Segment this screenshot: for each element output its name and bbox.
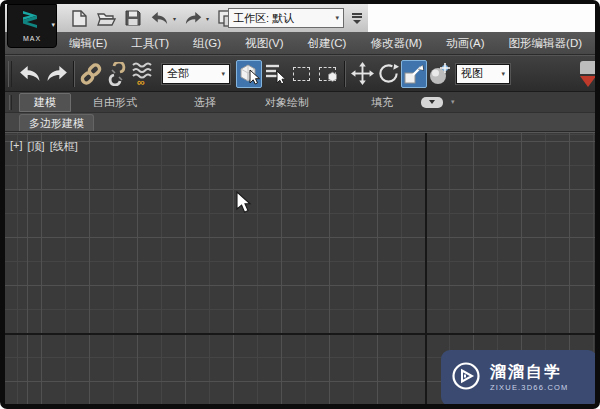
scale-icon [403, 63, 425, 85]
save-file-icon [125, 10, 141, 26]
watermark-title: 溜溜自学 [490, 363, 568, 381]
new-scene-button[interactable] [69, 8, 89, 28]
logo-label: MAX [23, 35, 41, 42]
application-window: MAX ▾ ▾ [5, 4, 595, 404]
unlink-selection-button[interactable] [104, 60, 130, 88]
viewport-label: [+] [顶] [线框] [10, 139, 78, 154]
open-file-button[interactable] [96, 8, 116, 28]
ribbon-panel-row: 多边形建模 [5, 113, 595, 132]
viewport-maximize-menu[interactable]: [+] [10, 139, 23, 154]
menu-graph-editors[interactable]: 图形编辑器(D) [497, 32, 594, 54]
select-object-icon [238, 62, 260, 86]
selection-filter-dropdown[interactable]: 全部 ▾ [162, 64, 230, 84]
redo-scene-button[interactable] [43, 60, 69, 88]
window-crossing-button[interactable] [314, 60, 340, 88]
ribbon-grip[interactable] [9, 95, 12, 110]
toolbar-separator [73, 61, 74, 87]
redo-button[interactable] [183, 8, 203, 28]
move-cross-icon [351, 62, 374, 85]
menu-group[interactable]: 组(G) [181, 32, 233, 54]
coordinate-caret-icon: ▾ [495, 70, 505, 78]
rectangular-selection-region-button[interactable] [288, 60, 314, 88]
viewport-canvas[interactable]: [+] [顶] [线框] 溜溜自学 ZIXUE.3D66.COM [5, 132, 595, 404]
window-frame: MAX ▾ ▾ [0, 0, 600, 409]
watermark-badge: 溜溜自学 ZIXUE.3D66.COM [441, 350, 595, 404]
redo-arrow-icon [45, 65, 68, 82]
undo-icon [151, 11, 169, 25]
titlebar-empty-area [368, 4, 595, 32]
rotate-circle-icon [377, 62, 400, 85]
app-menu-caret-icon: ▾ [51, 21, 55, 29]
redo-icon [184, 11, 202, 25]
toolbar-grip[interactable] [8, 61, 12, 87]
application-menu-button[interactable]: MAX ▾ [7, 4, 57, 48]
reference-coordinate-dropdown[interactable]: 视图 ▾ [456, 64, 510, 84]
magnet-tip-icon [580, 76, 595, 87]
ribbon-tab-modeling[interactable]: 建模 [19, 93, 71, 112]
select-by-name-icon [264, 62, 287, 85]
link-chain-icon [80, 62, 102, 86]
ribbon-options-caret-icon[interactable]: ▾ [451, 98, 455, 106]
workspace-caret-icon: ▾ [335, 14, 339, 22]
undo-arrow-icon [19, 65, 42, 82]
ribbon-minimize-button[interactable] [421, 97, 443, 108]
world-axis-vertical-line [425, 133, 427, 404]
panel-tab-polygon-modeling[interactable]: 多边形建模 [19, 114, 94, 131]
select-by-name-button[interactable] [262, 60, 288, 88]
overflow-bar-icon [352, 16, 362, 18]
watermark-subtitle: ZIXUE.3D66.COM [490, 384, 568, 393]
mouse-cursor-icon [236, 191, 252, 218]
overflow-bar-icon [352, 13, 362, 15]
world-axis-horizontal-line [5, 333, 595, 335]
broken-chain-icon [106, 62, 128, 86]
menu-edit[interactable]: 编辑(E) [57, 32, 119, 54]
3dsmax-logo-icon [21, 10, 43, 34]
undo-button[interactable] [150, 8, 170, 28]
undo-scene-button[interactable] [17, 60, 43, 88]
viewport-view-menu[interactable]: [顶] [28, 139, 45, 154]
ribbon-tab-populate[interactable]: 填充 [369, 93, 395, 112]
ribbon-tab-selection[interactable]: 选择 [189, 93, 221, 112]
main-toolbar: ∞ 全部 ▾ [5, 55, 595, 92]
magnet-body-icon [580, 61, 595, 74]
bind-to-space-warp-button[interactable]: ∞ [130, 60, 156, 88]
selection-filter-value: 全部 [167, 66, 189, 81]
select-and-move-button[interactable] [349, 60, 375, 88]
menu-tools[interactable]: 工具(T) [119, 32, 181, 54]
toolbar-separator [344, 61, 345, 87]
watermark-play-icon [451, 361, 481, 395]
selection-filter-caret-icon: ▾ [215, 70, 225, 78]
ribbon-tab-freeform[interactable]: 自由形式 [83, 93, 147, 112]
ribbon-minimize-caret-icon [429, 100, 435, 104]
select-and-manipulate-button[interactable] [427, 60, 453, 88]
manipulate-sphere-icon [428, 62, 452, 86]
save-file-button[interactable] [123, 8, 143, 28]
dashed-rectangle-cube-icon [319, 67, 336, 81]
open-file-icon [97, 11, 116, 26]
dashed-rectangle-icon [293, 67, 310, 81]
workspace-selector[interactable]: 工作区: 默认 ▾ [228, 8, 344, 28]
new-scene-icon [72, 10, 87, 27]
viewport-shading-menu[interactable]: [线框] [50, 139, 78, 154]
snap-toggle-partial-icon[interactable] [580, 61, 595, 89]
menu-modifiers[interactable]: 修改器(M) [358, 32, 434, 54]
select-and-link-button[interactable] [78, 60, 104, 88]
quick-access-overflow-button[interactable] [350, 10, 364, 26]
menu-create[interactable]: 创建(C) [295, 32, 358, 54]
ribbon-tab-bar: 建模 自由形式 选择 对象绘制 填充 ▾ [5, 92, 595, 113]
select-and-uniform-scale-button[interactable] [401, 60, 427, 88]
coordinate-system-value: 视图 [461, 66, 483, 81]
workspace-label: 工作区: 默认 [233, 11, 294, 26]
select-object-button[interactable] [236, 60, 262, 88]
menu-bar: 编辑(E) 工具(T) 组(G) 视图(V) 创建(C) 修改器(M) 动画(A… [5, 32, 595, 55]
menu-animation[interactable]: 动画(A) [434, 32, 496, 54]
overflow-caret-icon [353, 20, 361, 24]
svg-text:∞: ∞ [137, 76, 145, 87]
menu-views[interactable]: 视图(V) [233, 32, 295, 54]
undo-dropdown-caret-icon[interactable]: ▾ [173, 15, 176, 22]
select-and-rotate-button[interactable] [375, 60, 401, 88]
ribbon-tab-object-paint[interactable]: 对象绘制 [251, 93, 323, 112]
redo-dropdown-caret-icon[interactable]: ▾ [206, 15, 209, 22]
space-warp-waves-icon: ∞ [131, 61, 155, 87]
